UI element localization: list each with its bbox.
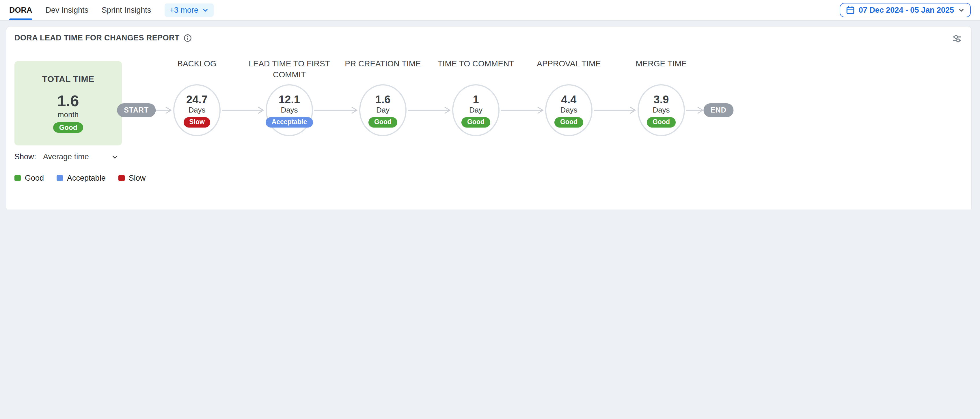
stage-value: 1	[473, 93, 479, 105]
stage-status-badge: Good	[368, 117, 397, 127]
show-row: Show: Average time	[14, 152, 118, 161]
date-range-label: 07 Dec 2024 - 05 Jan 2025	[859, 6, 954, 14]
show-metric-select[interactable]: Average time	[43, 152, 118, 161]
legend-item-acceptable: Acceptable	[57, 174, 106, 183]
stage-value: 4.4	[561, 93, 577, 105]
stage-label-lead-time-to-first-commit: LEAD TIME TO FIRST COMMIT	[240, 58, 339, 80]
more-tabs-button[interactable]: +3 more	[164, 3, 213, 17]
total-time-label: TOTAL TIME	[42, 74, 94, 84]
stage-unit: Day	[376, 105, 390, 114]
chevron-down-icon	[202, 7, 208, 13]
date-range-picker[interactable]: 07 Dec 2024 - 05 Jan 2025	[840, 3, 971, 17]
chevron-down-icon	[111, 153, 118, 160]
total-time-unit: month	[58, 110, 78, 119]
flow-end-pill: END	[703, 103, 733, 117]
stage-unit: Days	[281, 105, 298, 114]
stage-value: 24.7	[186, 93, 208, 105]
stage-node-lead-time-to-first-commit: 12.1DaysAcceptable	[266, 84, 313, 136]
stage-label-backlog: BACKLOG	[148, 58, 246, 69]
legend-label: Good	[25, 174, 44, 183]
flow-start-pill: START	[117, 103, 156, 117]
tab-sprint-insights[interactable]: Sprint Insights	[102, 0, 151, 20]
tab-dora[interactable]: DORA	[9, 0, 32, 20]
stage-unit: Days	[652, 105, 670, 114]
legend-label: Slow	[129, 174, 146, 183]
stage-node-approval-time: 4.4DaysGood	[545, 84, 592, 136]
stage-value: 3.9	[654, 93, 669, 105]
stage-status-badge: Good	[461, 117, 490, 127]
tab-strip: DORADev InsightsSprint Insights	[9, 0, 164, 20]
stage-label-approval-time: APPROVAL TIME	[520, 58, 618, 69]
dora-dashboard: DORADev InsightsSprint Insights +3 more …	[0, 0, 980, 210]
total-time-status-badge: Good	[53, 122, 83, 133]
legend-swatch-slow	[118, 175, 125, 181]
stage-unit: Day	[469, 105, 482, 114]
stage-label-time-to-comment: TIME TO COMMENT	[427, 58, 525, 69]
stage-label-pr-creation-time: PR CREATION TIME	[334, 58, 432, 69]
legend-label: Acceptable	[67, 174, 106, 183]
info-icon[interactable]	[184, 34, 192, 42]
stage-status-badge: Slow	[183, 117, 210, 127]
legend-swatch-acceptable	[57, 175, 63, 181]
lead-time-title-text: DORA LEAD TIME FOR CHANGES REPORT	[14, 33, 180, 42]
show-metric-value: Average time	[43, 152, 89, 161]
chevron-down-icon	[958, 7, 964, 13]
stage-value: 1.6	[375, 93, 391, 105]
calendar-icon	[846, 6, 855, 14]
tab-dev-insights[interactable]: Dev Insights	[46, 0, 89, 20]
stage-value: 12.1	[278, 93, 300, 105]
stage-status-badge: Good	[647, 117, 676, 127]
stage-node-merge-time: 3.9DaysGood	[638, 84, 685, 136]
stage-node-backlog: 24.7DaysSlow	[173, 84, 221, 136]
total-time-card: TOTAL TIME 1.6 month Good	[14, 61, 122, 146]
lead-time-section-title: DORA LEAD TIME FOR CHANGES REPORT	[14, 33, 192, 42]
stage-unit: Days	[560, 105, 577, 114]
stage-status-badge: Acceptable	[266, 117, 313, 127]
lead-time-report-card: DORA LEAD TIME FOR CHANGES REPORT TOTAL …	[6, 26, 972, 210]
status-legend: GoodAcceptableSlow	[14, 174, 146, 183]
stage-label-merge-time: MERGE TIME	[612, 58, 710, 69]
top-bar: DORADev InsightsSprint Insights +3 more …	[0, 0, 980, 21]
legend-swatch-good	[14, 175, 21, 181]
stage-node-time-to-comment: 1DayGood	[452, 84, 500, 136]
stage-status-badge: Good	[554, 117, 583, 127]
chart-settings-icon[interactable]	[951, 32, 963, 47]
legend-item-slow: Slow	[118, 174, 146, 183]
legend-item-good: Good	[14, 174, 44, 183]
more-tabs-label: +3 more	[170, 6, 198, 14]
stage-unit: Days	[188, 105, 205, 114]
total-time-value: 1.6	[57, 93, 79, 109]
show-label: Show:	[14, 152, 36, 161]
stage-node-pr-creation-time: 1.6DayGood	[359, 84, 407, 136]
